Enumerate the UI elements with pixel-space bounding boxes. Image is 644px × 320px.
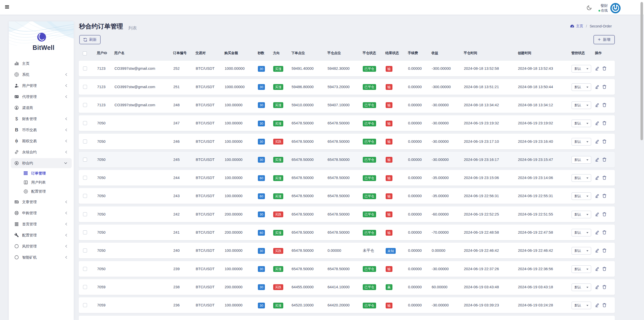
svg-text:B: B (15, 139, 18, 143)
